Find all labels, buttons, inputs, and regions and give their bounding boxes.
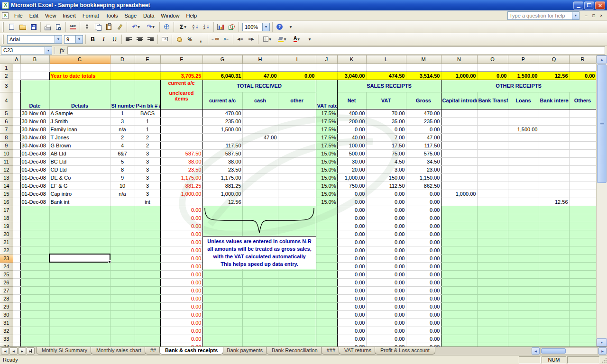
- cell-M16[interactable]: 0.00: [406, 198, 441, 206]
- cell-N19[interactable]: [441, 222, 477, 230]
- cell-D2[interactable]: [110, 72, 135, 80]
- cell-E21[interactable]: [135, 238, 160, 246]
- cell-A22[interactable]: [13, 246, 20, 254]
- cell-C34[interactable]: [49, 343, 110, 346]
- cell-D28[interactable]: [110, 294, 135, 302]
- cell-D27[interactable]: [110, 286, 135, 294]
- scroll-right-button[interactable]: ▶: [598, 347, 607, 355]
- cell-N17[interactable]: [441, 206, 477, 214]
- scroll-up-button[interactable]: ▲: [597, 55, 607, 64]
- cell-I16[interactable]: [278, 198, 316, 206]
- cell-O9[interactable]: [477, 141, 508, 149]
- cell-B7[interactable]: 30-Nov-08: [20, 125, 49, 133]
- cell-J13[interactable]: 15.0%: [316, 173, 337, 182]
- align-center-button[interactable]: [134, 34, 145, 45]
- cell-A27[interactable]: [13, 286, 20, 294]
- toolbar-drag-handle[interactable]: [2, 22, 4, 32]
- cell-L13[interactable]: 150.00: [366, 173, 406, 182]
- cell-Q32[interactable]: [539, 327, 569, 335]
- cell-D31[interactable]: [110, 318, 135, 327]
- cell-M23[interactable]: 0.00: [406, 254, 441, 262]
- cell-K12[interactable]: 20.00: [337, 165, 366, 173]
- cell-F28[interactable]: 0.00: [160, 294, 202, 302]
- cell-D23[interactable]: [110, 254, 135, 262]
- cell-G28[interactable]: [202, 294, 242, 302]
- cell-A14[interactable]: [13, 182, 20, 190]
- help-button[interactable]: ?: [274, 22, 285, 32]
- cell-M13[interactable]: 1,150.00: [406, 173, 441, 182]
- cell-E9[interactable]: 2: [135, 141, 160, 149]
- cell-F5[interactable]: [160, 109, 202, 117]
- cell-R9[interactable]: [569, 141, 596, 149]
- cell-J14[interactable]: 15.0%: [316, 182, 337, 190]
- cell-D29[interactable]: [110, 302, 135, 310]
- cell-R30[interactable]: [569, 310, 596, 318]
- cell-E26[interactable]: [135, 278, 160, 286]
- cell-J28[interactable]: [316, 294, 337, 302]
- font-name-combo[interactable]: Arial ▼: [7, 35, 62, 44]
- cell-K10[interactable]: 500.00: [337, 149, 366, 157]
- cell-H26[interactable]: [242, 278, 278, 286]
- cell-P28[interactable]: [508, 294, 539, 302]
- row-header-3[interactable]: 3: [0, 80, 13, 92]
- cell-K29[interactable]: 0.00: [337, 302, 366, 310]
- cell-H10[interactable]: [242, 149, 278, 157]
- cell-C22[interactable]: [49, 246, 110, 254]
- cell-J23[interactable]: [316, 254, 337, 262]
- cell-B27[interactable]: [20, 286, 49, 294]
- cell-J26[interactable]: [316, 278, 337, 286]
- cell-D11[interactable]: 5: [110, 157, 135, 165]
- cell-F25[interactable]: 0.00: [160, 270, 202, 278]
- cell-D13[interactable]: 9: [110, 173, 135, 182]
- cell-E14[interactable]: 3: [135, 182, 160, 190]
- cell-G10[interactable]: 587.50: [202, 149, 242, 157]
- cell-E23[interactable]: [135, 254, 160, 262]
- cell-O25[interactable]: [477, 270, 508, 278]
- cell-E29[interactable]: [135, 302, 160, 310]
- cell-D24[interactable]: [110, 262, 135, 270]
- cell-I9[interactable]: [278, 141, 316, 149]
- cell-L14[interactable]: 112.50: [366, 182, 406, 190]
- cell-I30[interactable]: [278, 310, 316, 318]
- cell-G11[interactable]: 38.00: [202, 157, 242, 165]
- menu-edit[interactable]: Edit: [26, 11, 42, 20]
- cell-M10[interactable]: 575.00: [406, 149, 441, 157]
- cell-L24[interactable]: 0.00: [366, 262, 406, 270]
- cell-L34[interactable]: 0.00: [366, 343, 406, 346]
- cell-Q20[interactable]: [539, 230, 569, 238]
- cell-C21[interactable]: [49, 238, 110, 246]
- cell-R14[interactable]: [569, 182, 596, 190]
- cell-O11[interactable]: [477, 157, 508, 165]
- cell-B13[interactable]: 01-Dec-08: [20, 173, 49, 182]
- cell-G1[interactable]: [202, 64, 242, 72]
- cell-H15[interactable]: [242, 190, 278, 198]
- cell-E22[interactable]: [135, 246, 160, 254]
- cell-E33[interactable]: [135, 335, 160, 343]
- cell-J6[interactable]: 17.5%: [316, 117, 337, 125]
- fill-color-button[interactable]: ▼: [275, 34, 289, 45]
- cell-Q7[interactable]: [539, 125, 569, 133]
- cell-B6[interactable]: 30-Nov-08: [20, 117, 49, 125]
- cell-A24[interactable]: [13, 262, 20, 270]
- cell-Q27[interactable]: [539, 286, 569, 294]
- cell-M17[interactable]: 0.00: [406, 206, 441, 214]
- cell-Q1[interactable]: [539, 64, 569, 72]
- font-color-button[interactable]: A▼: [289, 34, 304, 45]
- cell-B28[interactable]: [20, 294, 49, 302]
- cell-R23[interactable]: [569, 254, 596, 262]
- cell-P20[interactable]: [508, 230, 539, 238]
- cell-F13[interactable]: 1,175.00: [160, 173, 202, 182]
- cell-O30[interactable]: [477, 310, 508, 318]
- cell-J9[interactable]: 17.5%: [316, 141, 337, 149]
- cell-K23[interactable]: 0.00: [337, 254, 366, 262]
- cell-B19[interactable]: [20, 222, 49, 230]
- cell-R28[interactable]: [569, 294, 596, 302]
- cell-M11[interactable]: 34.50: [406, 157, 441, 165]
- print-preview-button[interactable]: [53, 22, 64, 32]
- cell-L29[interactable]: 0.00: [366, 302, 406, 310]
- cell-K24[interactable]: 0.00: [337, 262, 366, 270]
- cell-J1[interactable]: [316, 64, 337, 72]
- cell-P12[interactable]: [508, 165, 539, 173]
- cell-P7[interactable]: 1,500.00: [508, 125, 539, 133]
- cell-O1[interactable]: [477, 64, 508, 72]
